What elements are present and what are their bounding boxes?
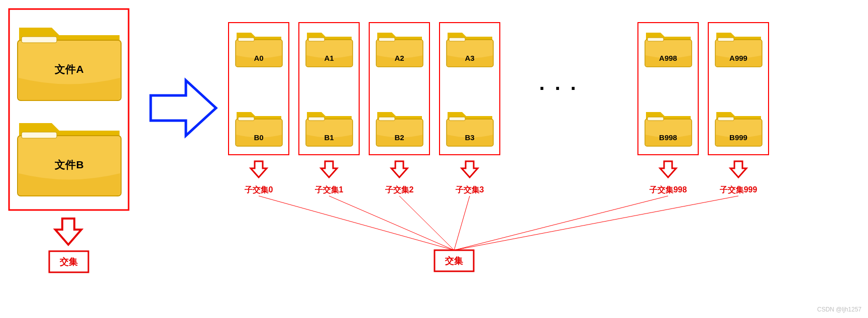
sub-intersection-label: 子交集0 <box>244 185 273 194</box>
folder-b-label: B3 <box>465 133 474 142</box>
folder-a-label: A2 <box>394 54 404 62</box>
right-intersection-label: 交集 <box>445 256 463 266</box>
column: A1B1子交集1 <box>299 23 359 194</box>
diagram: 文件A 文件B 交集 A0B0子交集0A1B1子交集1A2B2子交集2A3B3子… <box>0 0 868 318</box>
down-arrow-icon <box>391 161 407 177</box>
folder-b-label: B1 <box>324 133 334 142</box>
svg-line-16 <box>454 196 470 250</box>
svg-line-15 <box>399 196 454 250</box>
column: A999B999子交集999 <box>708 23 769 194</box>
sub-intersection-label: 子交集999 <box>719 185 757 194</box>
down-arrow-icon <box>321 161 337 177</box>
watermark: CSDN @ljh1257 <box>817 306 862 313</box>
left-intersection-label: 交集 <box>59 257 78 267</box>
down-arrow-icon <box>660 161 676 177</box>
down-arrow-icon <box>462 161 478 177</box>
big-right-arrow <box>151 80 216 136</box>
down-arrow-icon <box>730 161 746 177</box>
sub-intersection-label: 子交集3 <box>455 185 484 194</box>
column: A0B0子交集0 <box>229 23 289 194</box>
column: A998B998子交集998 <box>638 23 698 194</box>
left-intersection-box: 交集 <box>49 251 88 272</box>
sub-intersection-label: 子交集2 <box>385 185 414 194</box>
down-arrow-icon <box>251 161 267 177</box>
folder-a-label: A3 <box>465 54 474 62</box>
columns: A0B0子交集0A1B1子交集1A2B2子交集2A3B3子交集3A998B998… <box>229 23 769 194</box>
folder-b-label: B998 <box>659 133 677 142</box>
folder-b-label: B999 <box>729 133 747 142</box>
svg-line-17 <box>454 196 668 250</box>
sub-intersection-label: 子交集1 <box>314 185 344 194</box>
right-intersection-box: 交集 <box>435 250 474 271</box>
folder-a-label: A998 <box>659 54 677 62</box>
svg-line-14 <box>329 196 454 250</box>
svg-line-18 <box>454 196 738 250</box>
file-a-label: 文件A <box>54 63 83 75</box>
file-b-label: 文件B <box>54 159 83 170</box>
sub-intersection-label: 子交集998 <box>649 185 687 194</box>
convergence-lines <box>259 196 738 250</box>
folder-a-label: A0 <box>254 54 263 62</box>
column: A2B2子交集2 <box>369 23 429 194</box>
folder-b-label: B0 <box>254 133 263 142</box>
folder-a-label: A1 <box>324 54 334 62</box>
column: A3B3子交集3 <box>440 23 500 194</box>
left-source-box: 文件A 文件B <box>9 9 129 210</box>
ellipsis: ··· <box>539 77 586 99</box>
svg-line-13 <box>259 196 454 250</box>
folder-b-label: B2 <box>394 133 404 142</box>
folder-a-label: A999 <box>729 54 747 62</box>
left-down-arrow <box>55 219 81 245</box>
